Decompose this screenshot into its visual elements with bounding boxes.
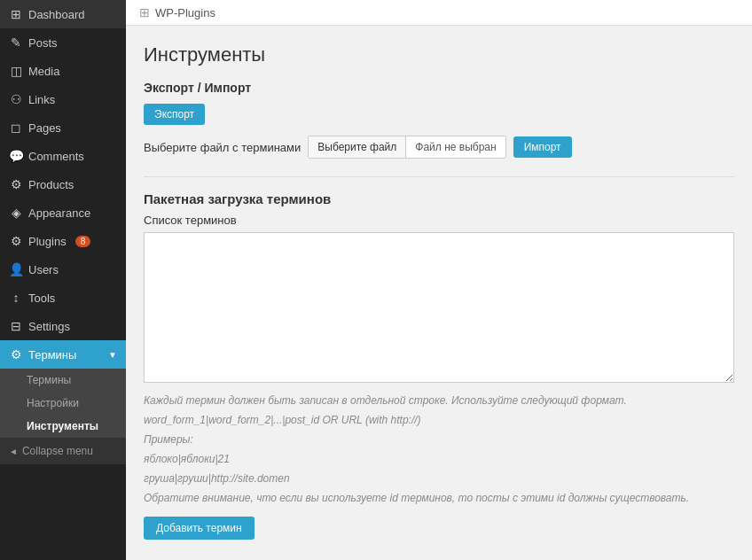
users-icon: 👤: [9, 262, 23, 276]
hint-text-4: яблоко|яблоки|21: [144, 451, 734, 467]
sidebar-item-label: Posts: [28, 36, 58, 50]
topbar-breadcrumb: WP-Plugins: [155, 6, 215, 19]
sidebar-item-settings[interactable]: ⊟ Settings: [0, 312, 126, 340]
sidebar-item-label: Users: [28, 263, 59, 276]
hint-text-1: Каждый термин должен быть записан в отде…: [144, 393, 734, 408]
import-label: Выберите файл с терминами: [144, 141, 301, 154]
terminy-arrow-icon: ▼: [108, 350, 117, 360]
collapse-menu-button[interactable]: ◄ Collapse menu: [0, 438, 126, 464]
export-button[interactable]: Экспорт: [144, 104, 205, 125]
submenu-item-terminy-settings[interactable]: Настройки: [0, 392, 126, 415]
sidebar-item-label: Pages: [28, 121, 61, 135]
sidebar-item-tools[interactable]: ↕ Tools: [0, 284, 126, 312]
export-import-title: Экспорт / Импорт: [144, 81, 734, 95]
links-icon: ⚇: [9, 92, 23, 106]
sidebar-item-label: Tools: [28, 292, 55, 305]
collapse-menu-label: Collapse menu: [22, 445, 93, 457]
submenu-item-terminy-list[interactable]: Термины: [0, 369, 126, 392]
comments-icon: 💬: [9, 149, 23, 163]
export-import-section: Экспорт / Импорт Экспорт Выберите файл с…: [144, 81, 734, 159]
sidebar-item-users[interactable]: 👤 Users: [0, 255, 126, 284]
wp-icon: ⊞: [139, 5, 150, 19]
content-area: Инструменты Экспорт / Импорт Экспорт Выб…: [126, 26, 752, 557]
terms-list-label: Список терминов: [144, 214, 734, 227]
sidebar-item-label: Plugins: [28, 235, 67, 248]
sidebar-item-label: Appearance: [28, 206, 90, 220]
appearance-icon: ◈: [9, 206, 23, 220]
add-term-button[interactable]: Добавить термин: [144, 517, 255, 540]
plugins-icon: ⚙: [9, 234, 23, 248]
sidebar: ⊞ Dashboard ✎ Posts ◫ Media ⚇ Links ◻ Pa…: [0, 0, 126, 560]
sidebar-item-terminy[interactable]: ⚙ Термины ▼: [0, 340, 126, 369]
dashboard-icon: ⊞: [9, 7, 23, 21]
import-button[interactable]: Импорт: [513, 136, 572, 158]
bulk-title: Пакетная загрузка терминов: [144, 191, 734, 206]
tools-icon: ↕: [9, 291, 23, 305]
sidebar-item-plugins[interactable]: ⚙ Plugins 8: [0, 227, 126, 255]
file-input-wrapper: Выберите файл Файл не выбран: [308, 136, 505, 159]
sidebar-item-label: Dashboard: [28, 8, 85, 21]
submenu-item-terminy-tools[interactable]: Инструменты: [0, 415, 126, 438]
bulk-section: Пакетная загрузка терминов Список термин…: [144, 191, 734, 540]
media-icon: ◫: [9, 64, 23, 78]
terms-textarea[interactable]: [144, 232, 734, 383]
hint-text-6: Обратите внимание, что если вы используе…: [144, 490, 734, 506]
sidebar-item-label: Comments: [28, 150, 84, 163]
sidebar-item-links[interactable]: ⚇ Links: [0, 85, 126, 113]
settings-icon: ⊟: [9, 319, 23, 333]
sidebar-item-label: Settings: [28, 320, 70, 333]
hint-text-3: Примеры:: [144, 432, 734, 447]
sidebar-item-posts[interactable]: ✎ Posts: [0, 28, 126, 57]
import-row: Выберите файл с терминами Выберите файл …: [144, 136, 734, 159]
terminy-submenu: Термины Настройки Инструменты: [0, 369, 126, 438]
posts-icon: ✎: [9, 35, 23, 50]
sidebar-item-label: Links: [28, 93, 55, 106]
sidebar-item-comments[interactable]: 💬 Comments: [0, 142, 126, 170]
sidebar-item-label: Media: [28, 65, 59, 78]
sidebar-item-label: Products: [28, 178, 74, 191]
file-choose-button[interactable]: Выберите файл: [309, 136, 406, 158]
sidebar-item-pages[interactable]: ◻ Pages: [0, 113, 126, 142]
products-icon: ⚙: [9, 177, 23, 191]
collapse-arrow-icon: ◄: [9, 447, 18, 456]
sidebar-item-dashboard[interactable]: ⊞ Dashboard: [0, 0, 126, 28]
topbar: ⊞ WP-Plugins: [126, 0, 752, 26]
sidebar-item-appearance[interactable]: ◈ Appearance: [0, 198, 126, 227]
pages-icon: ◻: [9, 121, 23, 135]
section-divider: [144, 176, 734, 177]
main-content: ⊞ WP-Plugins Инструменты Экспорт / Импор…: [126, 0, 752, 560]
sidebar-item-media[interactable]: ◫ Media: [0, 57, 126, 85]
terminy-icon: ⚙: [9, 347, 23, 362]
sidebar-item-products[interactable]: ⚙ Products: [0, 170, 126, 198]
file-no-selected-label: Файл не выбран: [406, 136, 505, 158]
hint-text-2: word_form_1|word_form_2|...|post_id OR U…: [144, 412, 734, 428]
page-title: Инструменты: [144, 43, 734, 66]
plugins-badge: 8: [75, 236, 91, 247]
hint-text-5: груша|груши|http://site.domen: [144, 471, 734, 486]
sidebar-terminy-label: Термины: [28, 348, 76, 362]
